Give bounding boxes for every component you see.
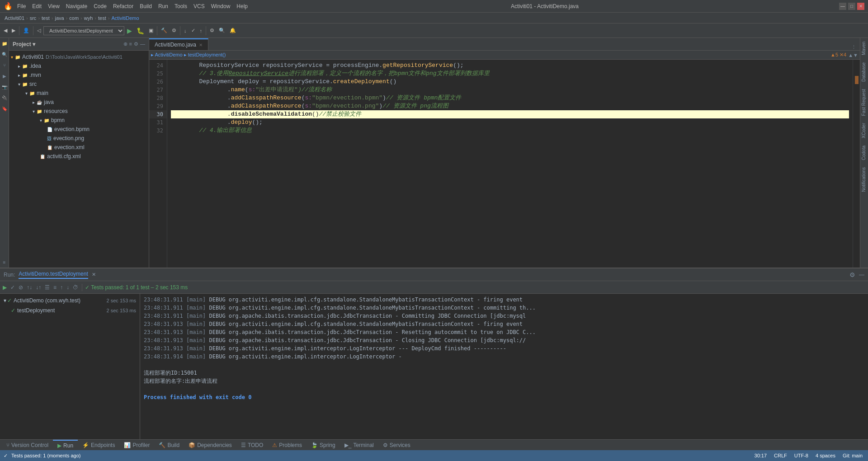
run-icon[interactable]: ▶ bbox=[1, 72, 8, 80]
status-line-ending[interactable]: CRLF bbox=[772, 453, 789, 458]
settings-icon[interactable]: ⚙ bbox=[134, 41, 138, 47]
collapse-all-icon[interactable]: ≡ bbox=[129, 41, 132, 47]
menu-run[interactable]: Run bbox=[156, 2, 171, 10]
menu-build[interactable]: Build bbox=[137, 2, 155, 10]
menu-file[interactable]: File bbox=[14, 2, 28, 10]
database-tool[interactable]: Database bbox=[860, 59, 868, 85]
tree-evection-png[interactable]: 🖼 evection.png bbox=[9, 134, 149, 143]
run-settings-icon[interactable]: ⚙ bbox=[849, 271, 855, 278]
settings-button[interactable]: ⚙ bbox=[208, 27, 216, 34]
menu-window[interactable]: Window bbox=[208, 2, 233, 10]
tree-main[interactable]: ▾ 📁 main bbox=[9, 89, 149, 98]
navigate-back-button[interactable]: ◁ bbox=[35, 27, 42, 34]
breadcrumb-test[interactable]: test bbox=[42, 15, 50, 21]
menu-vcs[interactable]: VCS bbox=[191, 2, 208, 10]
run-tree-class[interactable]: ▾ ✓ ActivitiDemo (com.wyh.test) 2 sec 15… bbox=[0, 296, 140, 306]
breadcrumb-activiti-demo[interactable]: ActivitiDemo bbox=[111, 15, 139, 21]
search-button[interactable]: 🔍 bbox=[217, 27, 227, 34]
menu-help[interactable]: Help bbox=[234, 2, 250, 10]
tree-root[interactable]: ▾ 📁 Activiti01 D:\Tools\JavaWorkSpace\Ac… bbox=[9, 52, 149, 61]
notifications-button[interactable]: 🔔 bbox=[228, 27, 238, 34]
expand-icon[interactable]: ▲ bbox=[848, 52, 853, 58]
status-position[interactable]: 30:17 bbox=[753, 453, 769, 458]
build-button[interactable]: 🔨 bbox=[159, 27, 169, 34]
plugins-icon[interactable]: 🔌 bbox=[1, 94, 8, 101]
run-button[interactable]: ▶ bbox=[125, 26, 134, 35]
status-encoding[interactable]: UTF-8 bbox=[793, 453, 810, 458]
minimize-button[interactable]: — bbox=[839, 3, 846, 10]
maven-tool[interactable]: Maven bbox=[860, 38, 868, 59]
coverage-button[interactable]: ▣ bbox=[147, 27, 155, 34]
settings-small-icon[interactable]: ▼ bbox=[853, 52, 858, 58]
breadcrumb-com[interactable]: com bbox=[69, 15, 79, 21]
structure-icon[interactable]: ≡ bbox=[1, 259, 8, 266]
find-icon[interactable]: 🔍 bbox=[1, 51, 8, 58]
tab-todo[interactable]: ☰ TODO bbox=[236, 440, 268, 451]
tab-spring[interactable]: 🍃 Spring bbox=[307, 440, 340, 451]
code-content[interactable]: RepositoryService repositoryService = pr… bbox=[167, 60, 853, 268]
run-group-icon[interactable]: ☰ bbox=[44, 283, 51, 292]
tab-dependencies[interactable]: 📦 Dependencies bbox=[184, 440, 236, 451]
breadcrumb-testpkg[interactable]: test bbox=[98, 15, 106, 21]
breadcrumb-src[interactable]: src bbox=[30, 15, 37, 21]
tab-endpoints[interactable]: ⚡ Endpoints bbox=[78, 440, 119, 451]
tab-problems[interactable]: ⚠ Problems bbox=[268, 440, 307, 451]
maximize-button[interactable]: □ bbox=[848, 3, 855, 10]
tab-run[interactable]: ▶ Run bbox=[53, 440, 78, 451]
run-stop-icon[interactable]: ⊘ bbox=[18, 283, 24, 292]
notifications-tool[interactable]: Notifications bbox=[860, 164, 868, 195]
close-panel-icon[interactable]: — bbox=[140, 41, 145, 47]
run-configuration-select[interactable]: ActivitiDemo.testDeployment bbox=[43, 26, 124, 35]
build-all-button[interactable]: ⚙ bbox=[170, 27, 178, 34]
tab-version-control[interactable]: ⑂ Version Control bbox=[2, 440, 53, 451]
tree-mvn[interactable]: ▸ 📁 .mvn bbox=[9, 71, 149, 80]
status-indent[interactable]: 4 spaces bbox=[814, 453, 837, 458]
tree-evection-xml[interactable]: 📋 evection.xml bbox=[9, 143, 149, 152]
locate-file-icon[interactable]: ⊕ bbox=[123, 41, 127, 47]
breadcrumb-java[interactable]: java bbox=[55, 15, 64, 21]
tree-java[interactable]: ▸ ☕ java bbox=[9, 98, 149, 107]
run-timer-icon[interactable]: ⏱ bbox=[72, 283, 79, 292]
tab-services[interactable]: ⚙ Services bbox=[378, 440, 415, 451]
menu-edit[interactable]: Edit bbox=[29, 2, 44, 10]
menu-code[interactable]: Code bbox=[91, 2, 109, 10]
tree-bpmn[interactable]: ▾ 📁 bpmn bbox=[9, 116, 149, 125]
tab-activiti-demo[interactable]: ActivitiDemo.java ✕ bbox=[149, 38, 208, 50]
vcs-commit-button[interactable]: ✓ bbox=[189, 27, 197, 34]
vcs-push-button[interactable]: ↑ bbox=[198, 27, 204, 34]
tab-build[interactable]: 🔨 Build bbox=[154, 440, 184, 451]
run-tab-close-icon[interactable]: ✕ bbox=[92, 272, 96, 278]
run-tab-active[interactable]: ActivitiDemo.testDeployment bbox=[19, 271, 88, 279]
status-branch[interactable]: Git: main bbox=[841, 453, 864, 458]
debug-button[interactable]: 🐛 bbox=[135, 26, 146, 35]
menu-navigate[interactable]: Navigate bbox=[63, 2, 90, 10]
close-button[interactable]: ✕ bbox=[857, 3, 864, 10]
codota-tool[interactable]: Codota bbox=[860, 142, 868, 164]
breadcrumb-activiti01[interactable]: Activiti01 bbox=[5, 15, 24, 21]
run-up-icon[interactable]: ↑ bbox=[59, 283, 64, 292]
menu-view[interactable]: View bbox=[45, 2, 62, 10]
tree-activiti-cfg[interactable]: 📋 activiti.cfg.xml bbox=[9, 152, 149, 161]
project-icon[interactable]: 📁 bbox=[1, 40, 8, 47]
editor-more-icon[interactable]: ⋮ bbox=[851, 44, 856, 50]
menu-tools[interactable]: Tools bbox=[172, 2, 190, 10]
run-sort-desc[interactable]: ↓↑ bbox=[35, 283, 42, 292]
fast-request-tool[interactable]: Fast Request bbox=[860, 85, 868, 119]
tree-src[interactable]: ▾ 📁 src bbox=[9, 80, 149, 89]
tree-evection-bpmn[interactable]: 📄 evection.bpmn bbox=[9, 125, 149, 134]
run-down-icon[interactable]: ↓ bbox=[66, 283, 70, 292]
tab-close-icon[interactable]: ✕ bbox=[199, 42, 203, 47]
bookmark-icon[interactable]: 🔖 bbox=[1, 105, 8, 112]
breadcrumb-wyh[interactable]: wyh bbox=[84, 15, 93, 21]
run-sort-asc[interactable]: ↑↓ bbox=[26, 283, 33, 292]
camera-icon[interactable]: 📷 bbox=[1, 83, 8, 90]
tab-profiler[interactable]: 📊 Profiler bbox=[119, 440, 154, 451]
forward-button[interactable]: ▶ bbox=[10, 27, 17, 34]
vcs-update-button[interactable]: ↓ bbox=[182, 27, 189, 34]
tree-idea[interactable]: ▸ 📁 .idea bbox=[9, 61, 149, 71]
xcoder-tool[interactable]: XCoder bbox=[860, 119, 868, 142]
tab-terminal[interactable]: ▶_ Terminal bbox=[340, 440, 378, 451]
menu-refactor[interactable]: Refactor bbox=[110, 2, 136, 10]
back-button[interactable]: ◀ bbox=[2, 27, 9, 34]
run-tree-method[interactable]: ✓ testDeployment 2 sec 153 ms bbox=[0, 306, 140, 315]
